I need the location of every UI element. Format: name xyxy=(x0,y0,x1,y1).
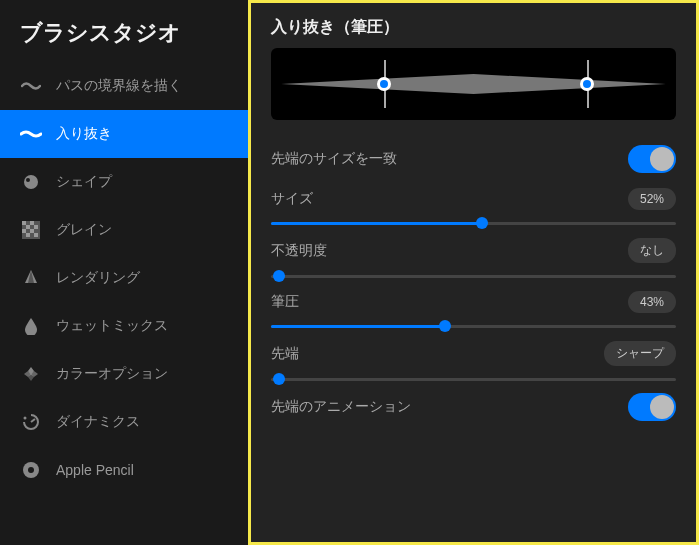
sidebar-item-label: 入り抜き xyxy=(56,125,112,143)
dynamics-icon xyxy=(20,411,42,433)
svg-rect-9 xyxy=(26,233,30,237)
rendering-icon xyxy=(20,267,42,289)
stroke-shape-icon xyxy=(271,48,676,120)
slider-pressure[interactable] xyxy=(271,319,676,333)
tip-animation-row: 先端のアニメーション xyxy=(271,386,676,428)
color-options-icon xyxy=(20,363,42,385)
svg-point-11 xyxy=(24,417,27,420)
match-tip-label: 先端のサイズを一致 xyxy=(271,150,397,168)
taper-node-start[interactable] xyxy=(377,77,391,91)
sidebar-title: ブラシスタジオ xyxy=(0,18,248,62)
apple-pencil-icon xyxy=(20,459,42,481)
svg-rect-7 xyxy=(22,229,26,233)
slider-thumb-icon[interactable] xyxy=(439,320,451,332)
slider-label-pressure: 筆圧 xyxy=(271,293,299,311)
sidebar-item-taper[interactable]: 入り抜き xyxy=(0,110,248,158)
slider-tip[interactable] xyxy=(271,372,676,386)
match-tip-row: 先端のサイズを一致 xyxy=(271,138,676,180)
svg-rect-6 xyxy=(34,225,38,229)
match-tip-toggle[interactable] xyxy=(628,145,676,173)
slider-thumb-icon[interactable] xyxy=(476,217,488,229)
svg-rect-5 xyxy=(26,225,30,229)
toggle-knob-icon xyxy=(650,147,674,171)
svg-point-13 xyxy=(28,467,34,473)
slider-opacity[interactable] xyxy=(271,269,676,283)
sidebar-item-color-options[interactable]: カラーオプション xyxy=(0,350,248,398)
sidebar-item-apple-pencil[interactable]: Apple Pencil xyxy=(0,446,248,494)
taper-preview[interactable] xyxy=(271,48,676,120)
panel-title: 入り抜き（筆圧） xyxy=(271,17,676,38)
sidebar-item-shape[interactable]: シェイプ xyxy=(0,158,248,206)
tip-animation-toggle[interactable] xyxy=(628,393,676,421)
svg-rect-8 xyxy=(30,229,34,233)
sidebar-item-label: Apple Pencil xyxy=(56,462,134,478)
tip-animation-label: 先端のアニメーション xyxy=(271,398,411,416)
svg-point-1 xyxy=(26,178,30,182)
svg-rect-10 xyxy=(34,233,38,237)
sidebar: ブラシスタジオ パスの境界線を描く 入り抜き シェイプ グレイン レンダリング xyxy=(0,0,248,545)
sidebar-item-label: グレイン xyxy=(56,221,112,239)
slider-row-tip: 先端シャープ xyxy=(271,341,676,386)
slider-thumb-icon[interactable] xyxy=(273,270,285,282)
settings-panel: 入り抜き（筆圧） 先端のサイズを一致 サイズ52%不透明度なし筆圧43%先端シャ… xyxy=(248,0,699,545)
sidebar-item-grain[interactable]: グレイン xyxy=(0,206,248,254)
toggle-knob-icon xyxy=(650,395,674,419)
slider-label-size: サイズ xyxy=(271,190,313,208)
taper-icon xyxy=(20,123,42,145)
slider-size[interactable] xyxy=(271,216,676,230)
sidebar-item-label: カラーオプション xyxy=(56,365,168,383)
slider-thumb-icon[interactable] xyxy=(273,373,285,385)
sidebar-item-label: レンダリング xyxy=(56,269,140,287)
slider-row-pressure: 筆圧43% xyxy=(271,291,676,333)
svg-rect-4 xyxy=(30,221,34,225)
slider-value-opacity[interactable]: なし xyxy=(628,238,676,263)
sidebar-item-stroke-path[interactable]: パスの境界線を描く xyxy=(0,62,248,110)
svg-point-0 xyxy=(24,175,38,189)
slider-value-pressure[interactable]: 43% xyxy=(628,291,676,313)
sidebar-item-label: ダイナミクス xyxy=(56,413,140,431)
shape-icon xyxy=(20,171,42,193)
sidebar-item-dynamics[interactable]: ダイナミクス xyxy=(0,398,248,446)
slider-value-size[interactable]: 52% xyxy=(628,188,676,210)
slider-row-opacity: 不透明度なし xyxy=(271,238,676,283)
taper-node-end[interactable] xyxy=(580,77,594,91)
slider-label-tip: 先端 xyxy=(271,345,299,363)
slider-row-size: サイズ52% xyxy=(271,188,676,230)
wetmix-icon xyxy=(20,315,42,337)
slider-value-tip[interactable]: シャープ xyxy=(604,341,676,366)
sidebar-item-label: パスの境界線を描く xyxy=(56,77,182,95)
stroke-path-icon xyxy=(20,75,42,97)
sidebar-item-label: ウェットミックス xyxy=(56,317,168,335)
slider-label-opacity: 不透明度 xyxy=(271,242,327,260)
svg-rect-3 xyxy=(22,221,26,225)
sidebar-item-label: シェイプ xyxy=(56,173,112,191)
grain-icon xyxy=(20,219,42,241)
sidebar-item-wetmix[interactable]: ウェットミックス xyxy=(0,302,248,350)
sidebar-item-rendering[interactable]: レンダリング xyxy=(0,254,248,302)
